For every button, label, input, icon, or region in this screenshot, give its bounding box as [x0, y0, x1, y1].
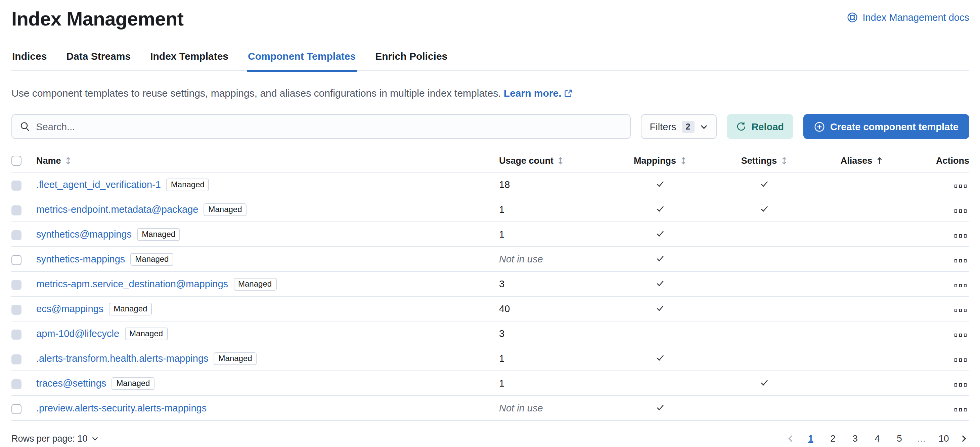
- page-description: Use component templates to reuse setting…: [11, 87, 969, 100]
- tab-index-templates[interactable]: Index Templates: [150, 51, 229, 72]
- boxes-horizontal-icon: [954, 259, 957, 262]
- row-actions-button[interactable]: [951, 331, 969, 339]
- managed-badge: Managed: [130, 253, 173, 265]
- managed-badge: Managed: [111, 377, 154, 390]
- row-checkbox[interactable]: [11, 329, 21, 339]
- docs-link[interactable]: Index Management docs: [847, 12, 969, 23]
- template-name-link[interactable]: metrics-apm.service_destination@mappings: [36, 279, 228, 289]
- tab-indices[interactable]: Indices: [11, 51, 47, 72]
- boxes-horizontal-icon: [954, 209, 957, 212]
- template-name-link[interactable]: apm-10d@lifecycle: [36, 328, 119, 339]
- create-component-template-button[interactable]: Create component template: [803, 114, 969, 139]
- search-input[interactable]: [36, 122, 622, 132]
- aliases-cell: [815, 396, 909, 420]
- usage-count-cell: 1: [499, 346, 606, 371]
- template-name-link[interactable]: .preview.alerts-security.alerts-mappings: [36, 403, 207, 414]
- table-row: traces@settings Managed 1: [11, 371, 969, 396]
- column-header-mappings[interactable]: Mappings: [634, 155, 687, 165]
- template-name-link[interactable]: .alerts-transform.health.alerts-mappings: [36, 353, 208, 364]
- row-actions-button[interactable]: [951, 182, 969, 190]
- reload-button[interactable]: Reload: [726, 114, 793, 139]
- kibana-index-management-page: Index Management Index Management docs I…: [0, 0, 980, 447]
- check-icon: [760, 180, 769, 188]
- row-checkbox[interactable]: [11, 255, 21, 265]
- rows-per-page-label: Rows per page: 10: [11, 433, 88, 443]
- boxes-horizontal-icon: [954, 284, 957, 287]
- boxes-horizontal-icon: [954, 185, 957, 188]
- settings-cell: [714, 197, 815, 222]
- select-all-checkbox[interactable]: [11, 156, 21, 166]
- managed-badge: Managed: [166, 178, 209, 191]
- template-name-link[interactable]: synthetics-mappings: [36, 254, 125, 265]
- sortable-icon: [557, 156, 564, 165]
- page-10-button[interactable]: 10: [935, 430, 952, 446]
- aliases-cell: [815, 247, 909, 271]
- page-4-button[interactable]: 4: [869, 430, 885, 446]
- template-name-link[interactable]: ecs@mappings: [36, 303, 103, 314]
- template-name-link[interactable]: traces@settings: [36, 378, 106, 388]
- page-2-button[interactable]: 2: [825, 430, 841, 446]
- learn-more-link[interactable]: Learn more.: [504, 87, 572, 99]
- previous-page-button[interactable]: [785, 433, 797, 444]
- template-name-link[interactable]: synthetics@mappings: [36, 229, 132, 239]
- row-actions-button[interactable]: [951, 406, 969, 414]
- column-header-name[interactable]: Name: [36, 155, 72, 165]
- search-box[interactable]: [11, 114, 631, 139]
- mappings-cell: [606, 396, 714, 420]
- pagination-ellipsis: …: [913, 430, 930, 446]
- row-actions-button[interactable]: [951, 380, 969, 389]
- aliases-cell: [815, 222, 909, 247]
- row-checkbox[interactable]: [11, 180, 21, 190]
- column-label: Usage count: [499, 155, 554, 165]
- tab-component-templates[interactable]: Component Templates: [247, 51, 356, 72]
- row-actions-button[interactable]: [951, 281, 969, 290]
- usage-count-cell: Not in use: [499, 247, 606, 271]
- row-checkbox[interactable]: [11, 230, 21, 240]
- row-checkbox[interactable]: [11, 354, 21, 364]
- table-row: metrics-apm.service_destination@mappings…: [11, 271, 969, 296]
- tab-bar: Indices Data Streams Index Templates Com…: [11, 51, 969, 71]
- settings-cell: [714, 222, 815, 247]
- mappings-cell: [606, 172, 714, 197]
- table-row: synthetics-mappings Managed Not in use: [11, 247, 969, 271]
- check-icon: [760, 379, 769, 387]
- row-actions-button[interactable]: [951, 207, 969, 215]
- mappings-cell: [606, 247, 714, 271]
- aliases-cell: [815, 271, 909, 296]
- chevron-down-icon: [700, 123, 708, 131]
- page-1-button[interactable]: 1: [803, 430, 819, 446]
- row-actions-button[interactable]: [951, 231, 969, 240]
- filters-button[interactable]: Filters 2: [641, 114, 717, 139]
- template-name-link[interactable]: metrics-endpoint.metadata@package: [36, 204, 198, 215]
- check-icon: [655, 403, 665, 411]
- next-page-button[interactable]: [958, 433, 969, 444]
- aliases-cell: [815, 197, 909, 222]
- check-icon: [655, 205, 665, 213]
- row-checkbox[interactable]: [11, 279, 21, 290]
- tab-enrich-policies[interactable]: Enrich Policies: [374, 51, 448, 72]
- template-name-link[interactable]: .fleet_agent_id_verification-1: [36, 179, 161, 190]
- settings-cell: [714, 296, 815, 321]
- row-actions-button[interactable]: [951, 306, 969, 314]
- rows-per-page-button[interactable]: Rows per page: 10: [11, 433, 99, 443]
- row-checkbox[interactable]: [11, 379, 21, 389]
- column-header-aliases[interactable]: Aliases: [841, 155, 883, 165]
- page-5-button[interactable]: 5: [891, 430, 907, 446]
- table-controls: Filters 2 Reload Create component templa…: [11, 114, 969, 139]
- column-header-settings[interactable]: Settings: [741, 155, 788, 165]
- page-3-button[interactable]: 3: [847, 430, 863, 446]
- managed-badge: Managed: [109, 302, 152, 315]
- tab-data-streams[interactable]: Data Streams: [65, 51, 131, 72]
- column-header-usage-count[interactable]: Usage count: [499, 155, 564, 165]
- row-checkbox[interactable]: [11, 205, 21, 215]
- row-checkbox[interactable]: [11, 404, 21, 414]
- chevron-right-icon: [959, 434, 968, 443]
- row-actions-button[interactable]: [951, 356, 969, 364]
- row-checkbox[interactable]: [11, 304, 21, 314]
- row-actions-button[interactable]: [951, 257, 969, 265]
- mappings-cell: [606, 321, 714, 346]
- learn-more-label: Learn more.: [504, 87, 562, 99]
- table-row: .fleet_agent_id_verification-1 Managed 1…: [11, 172, 969, 197]
- page-header: Index Management Index Management docs: [11, 7, 969, 31]
- usage-count-cell: 1: [499, 197, 606, 222]
